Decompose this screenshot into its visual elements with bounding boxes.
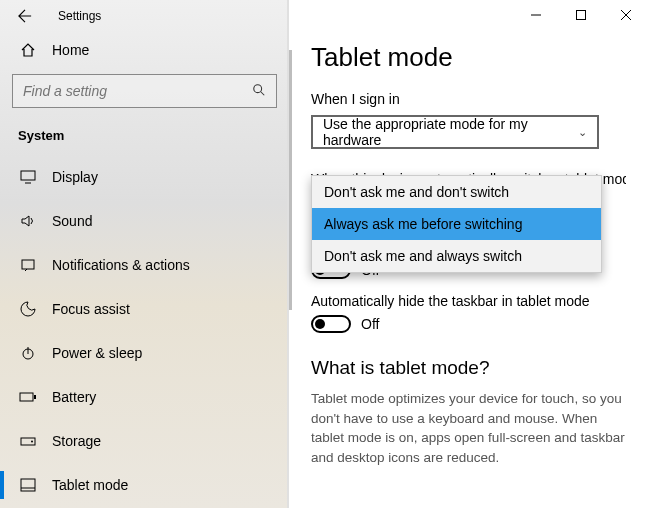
search-input[interactable] xyxy=(23,83,252,99)
nav-storage[interactable]: Storage xyxy=(0,419,289,463)
maximize-button[interactable] xyxy=(558,0,603,30)
nav-label: Notifications & actions xyxy=(52,257,190,273)
svg-rect-15 xyxy=(576,11,585,20)
svg-rect-12 xyxy=(21,479,35,491)
dropdown-option-selected[interactable]: Always ask me before switching xyxy=(312,208,601,240)
storage-icon xyxy=(18,435,38,447)
power-icon xyxy=(18,345,38,361)
section-header: System xyxy=(0,120,289,155)
svg-line-1 xyxy=(261,91,265,95)
svg-point-11 xyxy=(31,441,33,443)
signin-value: Use the appropriate mode for my hardware xyxy=(323,116,578,148)
nav-label: Tablet mode xyxy=(52,477,128,493)
window-title: Settings xyxy=(58,9,101,23)
switch-mode-dropdown: Don't ask me and don't switch Always ask… xyxy=(311,175,602,273)
titlebar: Settings xyxy=(0,0,289,32)
nav-notifications[interactable]: Notifications & actions xyxy=(0,243,289,287)
svg-point-0 xyxy=(254,84,262,92)
nav-tablet-mode[interactable]: Tablet mode xyxy=(0,463,289,507)
page-heading: Tablet mode xyxy=(311,42,626,73)
nav-focus-assist[interactable]: Focus assist xyxy=(0,287,289,331)
nav-power-sleep[interactable]: Power & sleep xyxy=(0,331,289,375)
what-description: Tablet mode optimizes your device for to… xyxy=(311,389,626,467)
nav-label: Display xyxy=(52,169,98,185)
dropdown-option[interactable]: Don't ask me and always switch xyxy=(312,240,601,272)
scrollbar[interactable] xyxy=(289,50,292,310)
window-controls xyxy=(513,0,648,30)
display-icon xyxy=(18,170,38,184)
auto-hide-toggle[interactable] xyxy=(311,315,351,333)
sound-icon xyxy=(18,214,38,228)
nav-label: Sound xyxy=(52,213,92,229)
svg-rect-9 xyxy=(34,395,36,399)
home-icon xyxy=(18,42,38,58)
svg-rect-2 xyxy=(21,171,35,180)
tablet-mode-icon xyxy=(18,478,38,492)
close-button[interactable] xyxy=(603,0,648,30)
chevron-down-icon: ⌄ xyxy=(578,126,587,139)
svg-rect-4 xyxy=(22,260,34,269)
nav-label: Storage xyxy=(52,433,101,449)
nav-label: Battery xyxy=(52,389,96,405)
nav-battery[interactable]: Battery xyxy=(0,375,289,419)
nav-label: Focus assist xyxy=(52,301,130,317)
dropdown-option[interactable]: Don't ask me and don't switch xyxy=(312,176,601,208)
notifications-icon xyxy=(18,258,38,272)
what-heading: What is tablet mode? xyxy=(311,357,626,379)
svg-rect-8 xyxy=(20,393,33,401)
auto-hide-label: Automatically hide the taskbar in tablet… xyxy=(311,293,626,309)
nav-home[interactable]: Home xyxy=(0,32,289,68)
back-button[interactable] xyxy=(10,1,40,31)
minimize-button[interactable] xyxy=(513,0,558,30)
nav-label: Power & sleep xyxy=(52,345,142,361)
search-icon xyxy=(252,83,266,100)
nav-home-label: Home xyxy=(52,42,89,58)
focus-assist-icon xyxy=(18,301,38,317)
search-box[interactable] xyxy=(12,74,277,108)
nav-sound[interactable]: Sound xyxy=(0,199,289,243)
signin-select[interactable]: Use the appropriate mode for my hardware… xyxy=(311,115,599,149)
auto-hide-state: Off xyxy=(361,316,379,332)
sidebar: Settings Home System Display Sound Notif… xyxy=(0,0,289,508)
content-pane: Tablet mode When I sign in Use the appro… xyxy=(289,0,648,508)
signin-label: When I sign in xyxy=(311,91,626,107)
nav-display[interactable]: Display xyxy=(0,155,289,199)
battery-icon xyxy=(18,391,38,403)
